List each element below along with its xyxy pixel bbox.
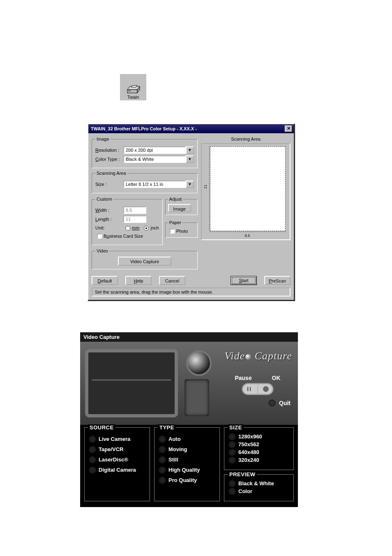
source-option-live[interactable]: Live Camera: [90, 436, 145, 442]
type-group-label: TYPE: [158, 424, 176, 431]
type-option-moving[interactable]: Moving: [159, 446, 214, 452]
start-button[interactable]: Start: [231, 276, 257, 285]
resolution-select[interactable]: ▼: [123, 146, 194, 154]
logo-dot-icon: [245, 354, 251, 360]
pause-label: Pause: [235, 375, 251, 381]
pause-icon[interactable]: II: [242, 383, 258, 395]
video-top-panel: Vide Capture Pause OK II Quit: [80, 342, 298, 425]
image-group: Image RResolution :esolution : ▼ Color T…: [92, 137, 198, 168]
unit-mm-label: mm: [132, 225, 139, 230]
quit-label: Quit: [279, 400, 291, 406]
dialog-titlebar[interactable]: TWAIN_32 Brother MFLPro Color Setup - X.…: [88, 124, 294, 133]
size-option-750[interactable]: 750x562: [229, 441, 288, 447]
unit-mm-radio[interactable]: [125, 226, 130, 231]
paper-group-label: Paper: [168, 220, 182, 225]
size-option-320[interactable]: 320x240: [229, 457, 288, 463]
ok-icon: [263, 386, 269, 392]
colortype-label: Color Type :: [95, 157, 123, 162]
source-option-laserdisc[interactable]: LaserDisc®: [90, 456, 145, 463]
width-field[interactable]: [123, 206, 146, 214]
adjust-group: Adjust Image: [165, 197, 198, 215]
businesscard-check[interactable]: [97, 234, 102, 239]
resolution-label: RResolution :esolution :: [95, 148, 123, 153]
size-value[interactable]: [123, 181, 186, 188]
lens-icon: [186, 350, 212, 376]
colortype-value[interactable]: [123, 155, 186, 163]
adjust-group-label: Adjust: [168, 197, 183, 202]
video-group: Video Video Capture: [92, 248, 198, 269]
prescan-button[interactable]: PreScan: [264, 276, 291, 285]
close-icon[interactable]: ✕: [285, 125, 292, 132]
preview-option-bw[interactable]: Black & White: [229, 480, 288, 486]
photo-check[interactable]: [170, 229, 175, 234]
type-option-still[interactable]: Still: [159, 456, 214, 463]
scanning-preview[interactable]: 11 8.5: [201, 143, 291, 240]
type-option-proq[interactable]: Pro Quality: [159, 477, 214, 483]
size-group: SIZE 1280x960 750x562 640x480 320x240: [224, 427, 294, 470]
scanner-icon: [126, 81, 141, 95]
size-label: Size :: [95, 182, 123, 187]
video-capture-window: Video Capture Vide Capture Pause OK II Q…: [80, 332, 298, 507]
camcorder-body: [182, 350, 219, 416]
custom-group: Custom Width : Length : Unit: mm: [92, 197, 163, 245]
video-group-label: Video: [95, 248, 109, 253]
image-group-label: Image: [95, 137, 111, 141]
custom-group-label: Custom: [95, 197, 113, 202]
scanning-area-title: Scanning Area: [201, 137, 291, 141]
width-label: Width :: [95, 208, 123, 213]
type-option-highq[interactable]: High Quality: [159, 467, 214, 473]
source-group-label: SOURCE: [88, 424, 115, 431]
unit-label: Unit:: [95, 225, 123, 230]
scanningarea-group: Scanning Area Size : ▼: [92, 171, 198, 193]
chevron-down-icon[interactable]: ▼: [186, 181, 194, 188]
type-group: TYPE Auto Moving Still High Quality Pro …: [154, 427, 220, 501]
unit-inch-label: inch: [150, 225, 159, 230]
ruler-horizontal: 8.5: [210, 232, 286, 237]
ruler-vertical: 11: [204, 146, 210, 231]
size-option-1280[interactable]: 1280x960: [229, 433, 288, 440]
dialog-title: TWAIN_32 Brother MFLPro Color Setup - X.…: [91, 126, 197, 131]
chevron-down-icon[interactable]: ▼: [186, 146, 194, 154]
cancel-button[interactable]: Cancel: [159, 276, 185, 285]
svg-marker-3: [131, 86, 137, 87]
colortype-select[interactable]: ▼: [123, 155, 194, 163]
scanning-selection[interactable]: [210, 146, 286, 231]
photo-label: Photo: [176, 229, 188, 234]
source-option-digital[interactable]: Digital Camera: [90, 467, 145, 473]
size-select[interactable]: ▼: [123, 181, 194, 188]
ok-icon-wrap[interactable]: [258, 383, 274, 395]
camcorder-screen: [85, 349, 178, 417]
video-capture-button[interactable]: Video Capture: [118, 257, 171, 266]
camcorder-grip: [184, 379, 209, 416]
video-bottom-panel: SOURCE Live Camera Tape/VCR LaserDisc® D…: [80, 425, 298, 507]
help-button[interactable]: Help: [125, 276, 152, 285]
status-bar: Set the scanning area, drag the image bo…: [92, 287, 291, 297]
preview-group-label: PREVIEW: [228, 471, 257, 477]
default-button[interactable]: Default: [92, 276, 118, 285]
svg-rect-4: [128, 90, 131, 91]
resolution-value[interactable]: [123, 146, 186, 154]
size-group-label: SIZE: [228, 424, 244, 431]
twain-setup-dialog: TWAIN_32 Brother MFLPro Color Setup - X.…: [88, 123, 295, 301]
businesscard-label: Business Card Size: [104, 234, 143, 239]
source-option-tape[interactable]: Tape/VCR: [90, 446, 145, 452]
preview-group: PREVIEW Black & White Color: [224, 474, 294, 501]
size-option-640[interactable]: 640x480: [229, 449, 288, 455]
preview-option-color[interactable]: Color: [229, 488, 288, 494]
video-window-title: Video Capture: [80, 332, 298, 342]
ok-label: OK: [272, 375, 281, 381]
twain-desktop-icon[interactable]: Twain: [120, 74, 146, 100]
chevron-down-icon[interactable]: ▼: [186, 155, 194, 163]
paper-group: Paper Photo: [165, 220, 198, 238]
video-capture-logo: Vide Capture: [225, 350, 292, 362]
source-group: SOURCE Live Camera Tape/VCR LaserDisc® D…: [84, 427, 150, 501]
quit-button[interactable]: [268, 399, 276, 407]
pause-ok-toggle[interactable]: II: [242, 383, 274, 395]
scanningarea-group-label: Scanning Area: [95, 171, 127, 176]
length-field[interactable]: [123, 215, 146, 223]
adjust-image-button[interactable]: Image: [168, 204, 191, 212]
twain-icon-label: Twain: [127, 95, 139, 100]
type-option-auto[interactable]: Auto: [159, 436, 214, 442]
length-label: Length :: [95, 217, 123, 222]
unit-inch-radio[interactable]: [144, 226, 149, 231]
